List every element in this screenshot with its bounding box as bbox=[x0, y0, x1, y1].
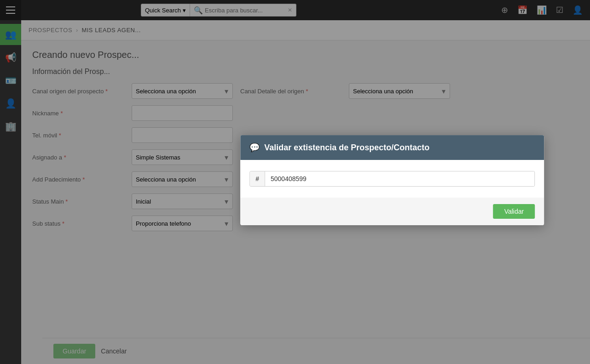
modal-hash-symbol: # bbox=[250, 171, 265, 186]
validate-button[interactable]: Validar bbox=[493, 204, 535, 219]
modal-validate-prospect: 💬 Validar extistencia de Prospecto/Conta… bbox=[240, 135, 544, 225]
modal-input-row: # bbox=[249, 171, 535, 187]
modal-body: # bbox=[240, 160, 544, 198]
modal-header: 💬 Validar extistencia de Prospecto/Conta… bbox=[240, 135, 544, 160]
modal-footer: Validar bbox=[240, 198, 544, 225]
modal-chat-icon: 💬 bbox=[249, 142, 260, 153]
modal-title: Validar extistencia de Prospecto/Contact… bbox=[264, 143, 429, 153]
modal-id-input[interactable] bbox=[265, 171, 534, 186]
